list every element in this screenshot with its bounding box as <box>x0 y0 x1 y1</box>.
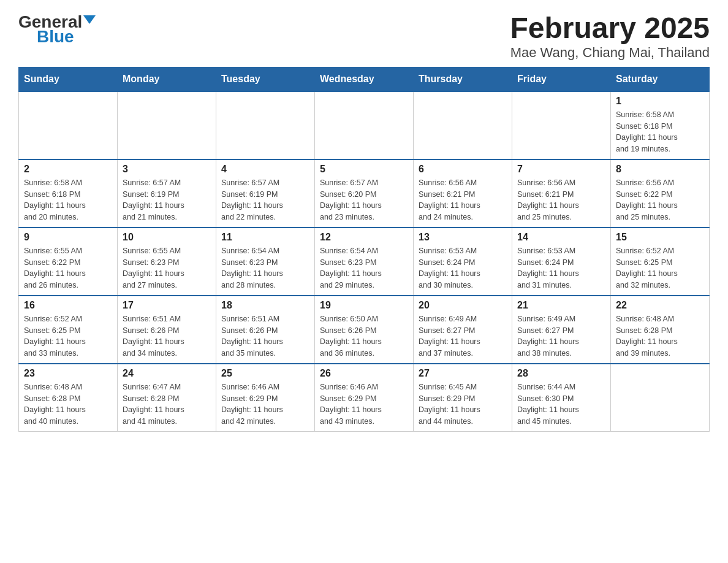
calendar-cell: 3Sunrise: 6:57 AM Sunset: 6:19 PM Daylig… <box>118 159 216 228</box>
day-number: 12 <box>320 232 408 243</box>
calendar-week-row: 23Sunrise: 6:48 AM Sunset: 6:28 PM Dayli… <box>19 364 710 432</box>
day-info: Sunrise: 6:55 AM Sunset: 6:23 PM Dayligh… <box>123 245 211 291</box>
day-number: 13 <box>419 232 507 243</box>
calendar-cell: 11Sunrise: 6:54 AM Sunset: 6:23 PM Dayli… <box>216 228 315 296</box>
calendar-cell: 5Sunrise: 6:57 AM Sunset: 6:20 PM Daylig… <box>315 159 414 228</box>
day-info: Sunrise: 6:57 AM Sunset: 6:20 PM Dayligh… <box>320 177 408 223</box>
day-number: 19 <box>320 300 408 311</box>
calendar-cell: 24Sunrise: 6:47 AM Sunset: 6:28 PM Dayli… <box>118 364 216 432</box>
calendar-cell: 25Sunrise: 6:46 AM Sunset: 6:29 PM Dayli… <box>216 364 315 432</box>
calendar-cell: 19Sunrise: 6:50 AM Sunset: 6:26 PM Dayli… <box>315 296 414 364</box>
calendar-cell: 12Sunrise: 6:54 AM Sunset: 6:23 PM Dayli… <box>315 228 414 296</box>
calendar-cell: 28Sunrise: 6:44 AM Sunset: 6:30 PM Dayli… <box>512 364 611 432</box>
calendar-cell <box>216 91 315 159</box>
day-info: Sunrise: 6:55 AM Sunset: 6:22 PM Dayligh… <box>24 245 112 291</box>
calendar-header-thursday: Thursday <box>414 67 512 91</box>
day-number: 15 <box>616 232 704 243</box>
day-number: 24 <box>123 368 211 379</box>
day-number: 3 <box>123 164 211 175</box>
day-info: Sunrise: 6:56 AM Sunset: 6:22 PM Dayligh… <box>616 177 704 223</box>
day-number: 1 <box>616 96 704 107</box>
calendar-cell <box>512 91 611 159</box>
day-number: 8 <box>616 164 704 175</box>
day-info: Sunrise: 6:46 AM Sunset: 6:29 PM Dayligh… <box>320 381 408 427</box>
calendar-cell <box>611 364 710 432</box>
day-number: 6 <box>419 164 507 175</box>
day-info: Sunrise: 6:45 AM Sunset: 6:29 PM Dayligh… <box>419 381 507 427</box>
calendar-cell: 9Sunrise: 6:55 AM Sunset: 6:22 PM Daylig… <box>19 228 118 296</box>
calendar-header-sunday: Sunday <box>19 67 118 91</box>
calendar-cell: 15Sunrise: 6:52 AM Sunset: 6:25 PM Dayli… <box>611 228 710 296</box>
calendar-cell: 13Sunrise: 6:53 AM Sunset: 6:24 PM Dayli… <box>414 228 512 296</box>
day-info: Sunrise: 6:53 AM Sunset: 6:24 PM Dayligh… <box>517 245 605 291</box>
day-info: Sunrise: 6:56 AM Sunset: 6:21 PM Dayligh… <box>517 177 605 223</box>
day-info: Sunrise: 6:52 AM Sunset: 6:25 PM Dayligh… <box>616 245 704 291</box>
day-number: 23 <box>24 368 112 379</box>
day-number: 14 <box>517 232 605 243</box>
calendar-header-wednesday: Wednesday <box>315 67 414 91</box>
day-info: Sunrise: 6:51 AM Sunset: 6:26 PM Dayligh… <box>123 313 211 359</box>
day-number: 28 <box>517 368 605 379</box>
day-info: Sunrise: 6:58 AM Sunset: 6:18 PM Dayligh… <box>24 177 112 223</box>
page-subtitle: Mae Wang, Chiang Mai, Thailand <box>510 45 710 61</box>
day-info: Sunrise: 6:56 AM Sunset: 6:21 PM Dayligh… <box>419 177 507 223</box>
day-info: Sunrise: 6:58 AM Sunset: 6:18 PM Dayligh… <box>616 109 704 155</box>
page-title: February 2025 <box>510 12 710 45</box>
page-header: General Blue February 2025 Mae Wang, Chi… <box>18 12 710 61</box>
day-number: 25 <box>221 368 309 379</box>
day-number: 22 <box>616 300 704 311</box>
logo-triangle-icon <box>83 15 96 24</box>
logo-blue-text: Blue <box>37 27 74 47</box>
day-info: Sunrise: 6:57 AM Sunset: 6:19 PM Dayligh… <box>221 177 309 223</box>
day-info: Sunrise: 6:49 AM Sunset: 6:27 PM Dayligh… <box>419 313 507 359</box>
day-number: 11 <box>221 232 309 243</box>
day-number: 10 <box>123 232 211 243</box>
calendar-header-friday: Friday <box>512 67 611 91</box>
calendar-cell: 18Sunrise: 6:51 AM Sunset: 6:26 PM Dayli… <box>216 296 315 364</box>
day-number: 27 <box>419 368 507 379</box>
calendar-cell: 26Sunrise: 6:46 AM Sunset: 6:29 PM Dayli… <box>315 364 414 432</box>
day-info: Sunrise: 6:48 AM Sunset: 6:28 PM Dayligh… <box>616 313 704 359</box>
day-number: 4 <box>221 164 309 175</box>
calendar-cell: 23Sunrise: 6:48 AM Sunset: 6:28 PM Dayli… <box>19 364 118 432</box>
day-number: 17 <box>123 300 211 311</box>
calendar-week-row: 16Sunrise: 6:52 AM Sunset: 6:25 PM Dayli… <box>19 296 710 364</box>
calendar-cell: 1Sunrise: 6:58 AM Sunset: 6:18 PM Daylig… <box>611 91 710 159</box>
calendar-cell: 6Sunrise: 6:56 AM Sunset: 6:21 PM Daylig… <box>414 159 512 228</box>
title-block: February 2025 Mae Wang, Chiang Mai, Thai… <box>510 12 710 61</box>
day-info: Sunrise: 6:49 AM Sunset: 6:27 PM Dayligh… <box>517 313 605 359</box>
calendar-cell: 14Sunrise: 6:53 AM Sunset: 6:24 PM Dayli… <box>512 228 611 296</box>
day-info: Sunrise: 6:52 AM Sunset: 6:25 PM Dayligh… <box>24 313 112 359</box>
day-number: 2 <box>24 164 112 175</box>
calendar-table: SundayMondayTuesdayWednesdayThursdayFrid… <box>18 67 710 432</box>
day-number: 9 <box>24 232 112 243</box>
calendar-cell <box>315 91 414 159</box>
day-info: Sunrise: 6:54 AM Sunset: 6:23 PM Dayligh… <box>320 245 408 291</box>
day-info: Sunrise: 6:48 AM Sunset: 6:28 PM Dayligh… <box>24 381 112 427</box>
day-info: Sunrise: 6:44 AM Sunset: 6:30 PM Dayligh… <box>517 381 605 427</box>
calendar-cell: 20Sunrise: 6:49 AM Sunset: 6:27 PM Dayli… <box>414 296 512 364</box>
day-number: 16 <box>24 300 112 311</box>
calendar-header-tuesday: Tuesday <box>216 67 315 91</box>
calendar-cell <box>414 91 512 159</box>
calendar-cell: 7Sunrise: 6:56 AM Sunset: 6:21 PM Daylig… <box>512 159 611 228</box>
day-info: Sunrise: 6:53 AM Sunset: 6:24 PM Dayligh… <box>419 245 507 291</box>
calendar-header-saturday: Saturday <box>611 67 710 91</box>
calendar-week-row: 2Sunrise: 6:58 AM Sunset: 6:18 PM Daylig… <box>19 159 710 228</box>
calendar-week-row: 1Sunrise: 6:58 AM Sunset: 6:18 PM Daylig… <box>19 91 710 159</box>
day-number: 26 <box>320 368 408 379</box>
calendar-cell: 10Sunrise: 6:55 AM Sunset: 6:23 PM Dayli… <box>118 228 216 296</box>
calendar-cell: 27Sunrise: 6:45 AM Sunset: 6:29 PM Dayli… <box>414 364 512 432</box>
day-number: 5 <box>320 164 408 175</box>
calendar-cell: 2Sunrise: 6:58 AM Sunset: 6:18 PM Daylig… <box>19 159 118 228</box>
calendar-header-row: SundayMondayTuesdayWednesdayThursdayFrid… <box>19 67 710 91</box>
day-info: Sunrise: 6:47 AM Sunset: 6:28 PM Dayligh… <box>123 381 211 427</box>
day-info: Sunrise: 6:50 AM Sunset: 6:26 PM Dayligh… <box>320 313 408 359</box>
calendar-cell <box>118 91 216 159</box>
calendar-week-row: 9Sunrise: 6:55 AM Sunset: 6:22 PM Daylig… <box>19 228 710 296</box>
logo: General Blue <box>18 12 96 47</box>
day-number: 21 <box>517 300 605 311</box>
day-info: Sunrise: 6:51 AM Sunset: 6:26 PM Dayligh… <box>221 313 309 359</box>
day-number: 7 <box>517 164 605 175</box>
calendar-cell: 22Sunrise: 6:48 AM Sunset: 6:28 PM Dayli… <box>611 296 710 364</box>
